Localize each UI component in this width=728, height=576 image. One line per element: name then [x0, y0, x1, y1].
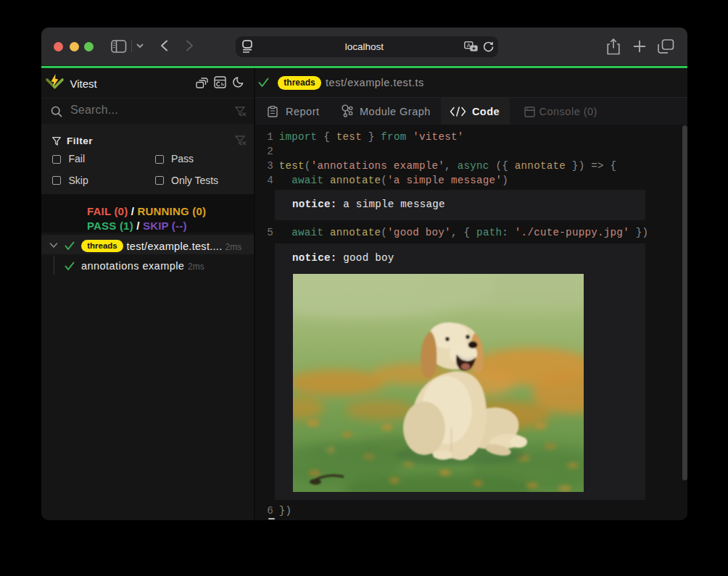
- svg-text:A: A: [467, 42, 471, 49]
- svg-text:★: ★: [471, 46, 476, 51]
